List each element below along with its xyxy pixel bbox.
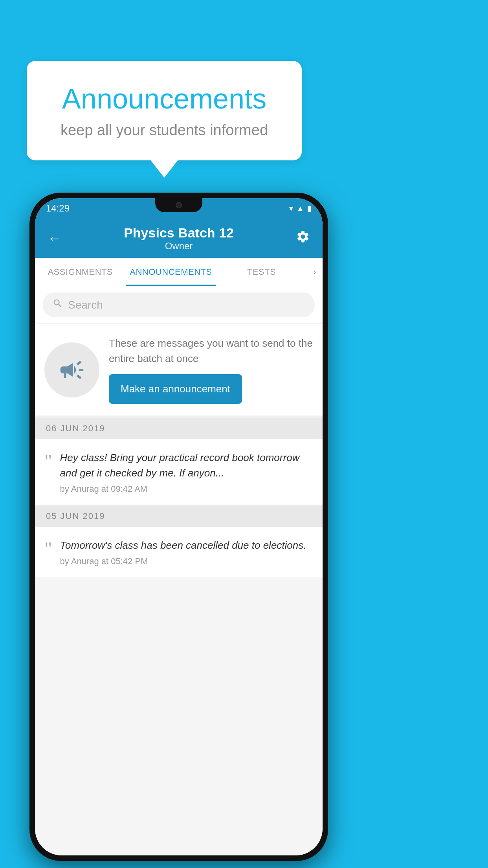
announcement-meta-2: by Anurag at 05:42 PM	[60, 556, 313, 566]
signal-icon: ▲	[296, 204, 304, 213]
announcement-meta-1: by Anurag at 09:42 AM	[60, 484, 313, 494]
search-icon	[52, 298, 63, 312]
tab-tests[interactable]: TESTS	[216, 258, 307, 286]
announcement-text-2: Tomorrow's class has been cancelled due …	[60, 538, 313, 553]
announcement-promo: These are messages you want to send to t…	[35, 324, 323, 418]
quote-icon-2: "	[44, 539, 52, 558]
tab-more-icon[interactable]: ›	[307, 258, 323, 286]
app-bar-subtitle: Owner	[65, 241, 293, 252]
wifi-icon: ▾	[289, 204, 293, 213]
date-divider-jun6: 06 JUN 2019	[35, 418, 323, 439]
speech-bubble: Announcements keep all your students inf…	[27, 61, 302, 160]
tabs-bar: ASSIGNMENTS ANNOUNCEMENTS TESTS ›	[35, 258, 323, 286]
settings-button[interactable]	[293, 226, 313, 250]
status-time: 14:29	[46, 203, 70, 214]
app-bar-title: Physics Batch 12	[65, 225, 293, 241]
battery-icon: ▮	[307, 204, 312, 213]
announcement-content-2: Tomorrow's class has been cancelled due …	[60, 538, 313, 566]
phone-screen: 14:29 ▾ ▲ ▮ ← Physics Batch 12 Owner	[35, 198, 323, 855]
content-area: Search These are messages you want to se…	[35, 286, 323, 855]
announcement-item-2: " Tomorrow's class has been cancelled du…	[35, 527, 323, 578]
date-divider-jun5: 05 JUN 2019	[35, 506, 323, 527]
back-button[interactable]: ←	[44, 227, 65, 250]
app-bar: ← Physics Batch 12 Owner	[35, 219, 323, 258]
status-icons: ▾ ▲ ▮	[289, 204, 312, 213]
front-camera	[176, 202, 182, 208]
announcement-content-1: Hey class! Bring your practical record b…	[60, 450, 313, 494]
phone-frame: 14:29 ▾ ▲ ▮ ← Physics Batch 12 Owner	[29, 193, 328, 861]
search-bar: Search	[35, 286, 323, 324]
make-announcement-button[interactable]: Make an announcement	[109, 374, 242, 404]
search-input-wrap[interactable]: Search	[43, 292, 315, 317]
phone-notch	[155, 198, 202, 212]
bubble-title: Announcements	[50, 83, 278, 115]
announcement-item-1: " Hey class! Bring your practical record…	[35, 439, 323, 506]
bubble-subtitle: keep all your students informed	[50, 122, 278, 139]
announcement-text-1: Hey class! Bring your practical record b…	[60, 450, 313, 481]
tab-announcements[interactable]: ANNOUNCEMENTS	[126, 258, 216, 286]
quote-icon-1: "	[44, 452, 52, 471]
promo-right: These are messages you want to send to t…	[109, 336, 313, 404]
search-placeholder-text: Search	[68, 299, 103, 311]
tab-assignments[interactable]: ASSIGNMENTS	[35, 258, 126, 286]
speech-bubble-container: Announcements keep all your students inf…	[27, 61, 302, 160]
promo-icon-circle	[44, 342, 99, 397]
promo-text: These are messages you want to send to t…	[109, 336, 313, 366]
app-bar-center: Physics Batch 12 Owner	[65, 225, 293, 252]
